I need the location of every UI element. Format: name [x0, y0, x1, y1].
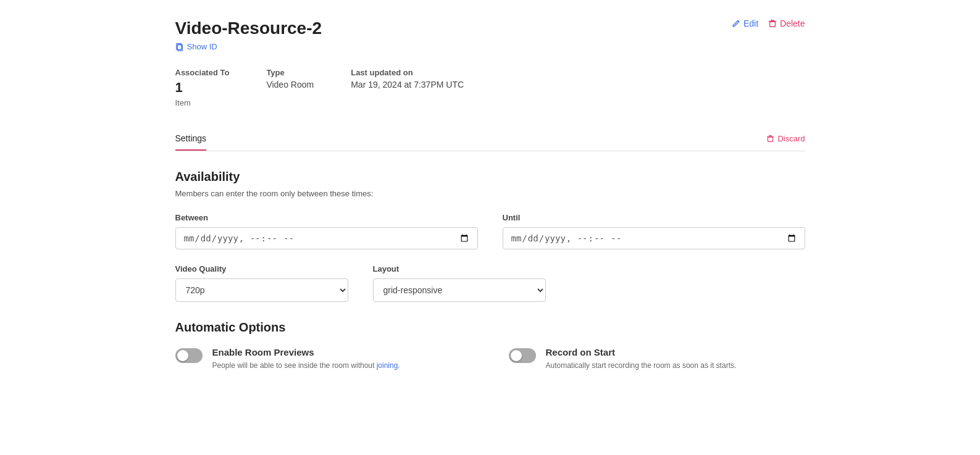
record-on-start-desc: Automatically start recording the room a…: [546, 360, 737, 371]
enable-previews-info: Enable Room Previews People will be able…: [212, 347, 400, 371]
copy-icon: [175, 43, 184, 51]
tabs-bar: Settings Discard: [175, 127, 805, 151]
title-section: Video-Resource-2 Show ID: [175, 19, 322, 53]
last-updated-label: Last updated on: [351, 68, 464, 77]
layout-group: Layout grid-responsive speaker sidebar: [373, 264, 546, 302]
record-on-start-item: Record on Start Automatically start reco…: [509, 347, 805, 371]
associated-to-label: Associated To: [175, 68, 230, 77]
until-label: Until: [503, 213, 805, 222]
type-value: Video Room: [266, 80, 314, 90]
date-fields-row: Between Until: [175, 213, 805, 249]
enable-previews-item: Enable Room Previews People will be able…: [175, 347, 472, 371]
until-field-group: Until: [503, 213, 805, 249]
svg-rect-3: [768, 137, 773, 141]
availability-section: Availability Members can enter the room …: [175, 170, 805, 249]
enable-previews-toggle[interactable]: [175, 348, 203, 363]
record-on-start-label: Record on Start: [546, 347, 737, 357]
associated-to-sub: Item: [175, 98, 230, 107]
edit-button[interactable]: Edit: [732, 19, 758, 28]
availability-title: Availability: [175, 170, 805, 184]
video-quality-select[interactable]: 720p 480p 1080p: [175, 278, 348, 302]
toggle-thumb: [177, 350, 188, 361]
toggle-options-row: Enable Room Previews People will be able…: [175, 347, 805, 371]
automatic-options-section: Automatic Options Enable Room Previews P…: [175, 320, 805, 371]
tab-settings[interactable]: Settings: [175, 127, 207, 151]
availability-desc: Members can enter the room only between …: [175, 189, 805, 198]
resource-title: Video-Resource-2: [175, 19, 322, 38]
last-updated-value: Mar 19, 2024 at 7:37PM UTC: [351, 80, 464, 90]
show-id-link[interactable]: Show ID: [175, 42, 217, 51]
last-updated-field: Last updated on Mar 19, 2024 at 7:37PM U…: [351, 68, 464, 107]
edit-icon: [732, 19, 740, 28]
between-input[interactable]: [175, 227, 478, 249]
layout-select[interactable]: grid-responsive speaker sidebar: [373, 278, 546, 302]
quality-layout-row: Video Quality 720p 480p 1080p Layout gri…: [175, 264, 546, 302]
toggle-thumb-2: [511, 350, 522, 361]
enable-previews-label: Enable Room Previews: [212, 347, 400, 357]
header-actions: Edit Delete: [732, 19, 805, 28]
header-row: Video-Resource-2 Show ID Edit: [175, 19, 805, 53]
record-on-start-info: Record on Start Automatically start reco…: [546, 347, 737, 371]
enable-previews-desc: People will be able to see inside the ro…: [212, 360, 400, 371]
video-quality-label: Video Quality: [175, 264, 348, 273]
svg-rect-2: [770, 22, 776, 27]
until-input[interactable]: [503, 227, 805, 249]
trash-icon: [768, 19, 777, 28]
video-quality-group: Video Quality 720p 480p 1080p: [175, 264, 348, 302]
record-on-start-toggle[interactable]: [509, 348, 536, 363]
between-field-group: Between: [175, 213, 478, 249]
main-content: Video-Resource-2 Show ID Edit: [151, 0, 830, 390]
delete-button[interactable]: Delete: [768, 19, 805, 28]
layout-label: Layout: [373, 264, 546, 273]
between-label: Between: [175, 213, 478, 222]
associated-to-value: 1: [175, 80, 230, 96]
joining-link[interactable]: joining.: [377, 361, 400, 370]
discard-button[interactable]: Discard: [766, 134, 805, 143]
type-field: Type Video Room: [266, 68, 314, 107]
associated-to-field: Associated To 1 Item: [175, 68, 230, 107]
automatic-options-title: Automatic Options: [175, 320, 805, 335]
type-label: Type: [266, 68, 314, 77]
discard-icon: [766, 135, 774, 143]
meta-row: Associated To 1 Item Type Video Room Las…: [175, 68, 805, 107]
